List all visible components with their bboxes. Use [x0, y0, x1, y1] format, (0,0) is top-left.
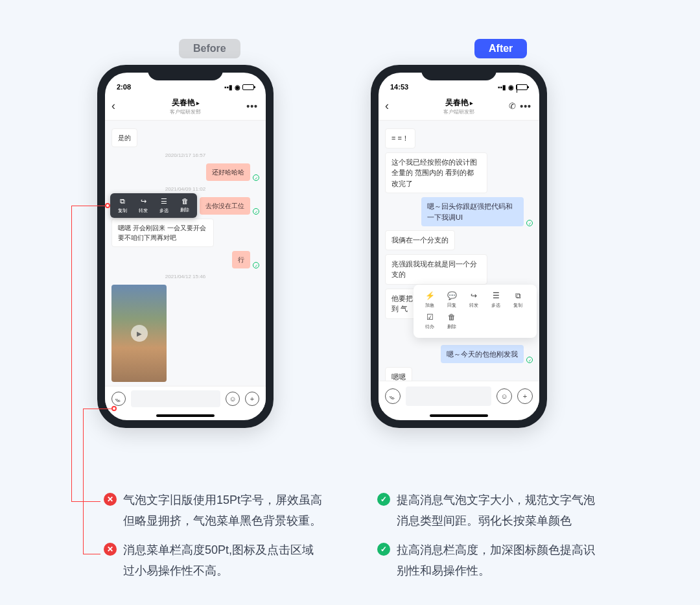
video-message[interactable]: ▶ [111, 285, 167, 382]
urgent-icon: ⚡ [425, 291, 435, 300]
msg-in[interactable]: 这个我已经按照你的设计图 全量的 范围内的 看到的都改完了 [385, 152, 487, 194]
timestamp: 2020/12/17 16:57 [111, 152, 259, 158]
contact-title[interactable]: 吴春艳▸ [443, 97, 474, 108]
wifi-icon: ◉ [508, 84, 514, 91]
clock: 14:53 [390, 83, 408, 91]
menu-copy[interactable]: ⧉复制 [113, 197, 132, 214]
msg-out[interactable]: 嗯～回头你跟赵强把代码和一下我调UI [421, 197, 524, 226]
msg-in[interactable]: 我俩在一个分支的 [385, 230, 455, 250]
delete-icon: 🗑 [181, 197, 189, 205]
menu-reply[interactable]: 💬回复 [441, 291, 463, 309]
status-icons: ▪▪▮ ◉ [224, 84, 254, 91]
home-indicator [379, 411, 539, 420]
notes-before: ✕ 气泡文字旧版使用15Pt字号，屏效虽高但略显拥挤，气泡菜单黑色背景较重。 ✕… [104, 490, 324, 590]
forward-icon: ↪ [471, 291, 477, 300]
msg-out[interactable]: 嗯～今天的包他刚发我 [441, 345, 524, 364]
multi-icon: ☰ [493, 291, 500, 300]
battery-icon [242, 84, 254, 90]
comparison-pair: 2:08 ▪▪▮ ◉ ‹ 吴春艳▸ 客户端研发部 ••• 是的 2020/12/… [97, 65, 547, 428]
timestamp: 2021/04/12 15:46 [111, 274, 259, 279]
chat-header: ‹ 吴春艳▸ 客户端研发部 ••• [105, 92, 266, 121]
more-button[interactable]: ••• [520, 101, 531, 112]
menu-delete[interactable]: 🗑删除 [175, 197, 194, 214]
msg-in[interactable]: 是的 [111, 128, 137, 147]
voice-button[interactable] [385, 388, 401, 404]
callout-line [71, 206, 72, 501]
menu-forward[interactable]: ↪转发 [463, 291, 485, 309]
phone-before: 2:08 ▪▪▮ ◉ ‹ 吴春艳▸ 客户端研发部 ••• 是的 2020/12/… [97, 65, 274, 428]
callout-line [83, 409, 84, 554]
text-input[interactable] [131, 390, 220, 407]
play-icon[interactable]: ▶ [131, 325, 148, 342]
note-text: 拉高消息栏高度，加深图标颜色提高识别性和易操作性。 [397, 540, 598, 581]
phone-after: 14:53 ▪▪▮ ◉ ‹ 吴春艳▸ 客户端研发部 ✆ ••• = =！ 这个我… [371, 65, 547, 428]
callout-line [83, 554, 100, 554]
msg-out[interactable]: 去你没在工位 [200, 197, 250, 215]
note-text: 气泡文字旧版使用15Pt字号，屏效虽高但略显拥挤，气泡菜单黑色背景较重。 [123, 490, 324, 531]
menu-forward[interactable]: ↪转发 [134, 197, 153, 214]
notch [421, 65, 496, 80]
copy-icon: ⧉ [515, 291, 521, 300]
cross-icon: ✕ [104, 543, 117, 556]
timestamp: 2021/04/09 11:02 [111, 186, 259, 192]
todo-icon: ☑ [426, 313, 434, 322]
plus-button[interactable]: + [517, 388, 533, 404]
cross-icon: ✕ [104, 493, 117, 506]
clock: 2:08 [117, 83, 131, 91]
notch [148, 65, 223, 80]
reply-icon: 💬 [447, 291, 457, 300]
contact-title[interactable]: 吴春艳▸ [170, 97, 201, 108]
more-button[interactable]: ••• [246, 101, 258, 112]
chat-body[interactable]: = =！ 这个我已经按照你的设计图 全量的 范围内的 看到的都改完了 嗯～回头你… [379, 121, 539, 381]
callout-line [83, 409, 113, 409]
wifi-icon: ◉ [235, 84, 240, 91]
msg-in[interactable]: = =！ [385, 128, 415, 148]
context-menu-light[interactable]: ⚡加急 💬回复 ↪转发 ☰多选 ⧉复制 ☑待办 🗑删除 [414, 285, 537, 338]
multi-icon: ☰ [161, 197, 167, 206]
back-button[interactable]: ‹ [385, 99, 389, 113]
voice-button[interactable] [111, 392, 126, 406]
input-bar: ☺ + [105, 386, 266, 411]
contact-dept: 客户端研发部 [170, 108, 201, 115]
read-icon: ✓ [526, 220, 533, 226]
emoji-button[interactable]: ☺ [496, 388, 512, 404]
read-icon: ✓ [526, 357, 533, 363]
back-button[interactable]: ‹ [111, 99, 115, 113]
menu-multi[interactable]: ☰多选 [485, 291, 507, 309]
chat-body[interactable]: 是的 2020/12/17 16:57 还好哈哈哈✓ 2021/04/09 11… [105, 121, 266, 386]
msg-in[interactable]: 嗯嗯 开会刚回来 一会又要开会 要不咱们下周再对吧 [111, 219, 214, 247]
home-indicator [105, 411, 266, 420]
status-icons: ▪▪▮ ◉ [498, 84, 528, 91]
note-item: ✓ 提高消息气泡文字大小，规范文字气泡消息类型间距。弱化长按菜单颜色 [377, 490, 598, 531]
plus-button[interactable]: + [245, 392, 259, 406]
check-icon: ✓ [377, 493, 390, 506]
forward-icon: ↪ [141, 197, 146, 206]
menu-multi[interactable]: ☰多选 [154, 197, 174, 214]
chat-header: ‹ 吴春艳▸ 客户端研发部 ✆ ••• [379, 92, 539, 121]
read-icon: ✓ [253, 174, 259, 181]
msg-in[interactable]: 兆强跟我现在就是同一个分支的 [385, 254, 487, 285]
msg-in[interactable]: 嗯嗯 [385, 367, 412, 381]
menu-copy[interactable]: ⧉复制 [507, 291, 529, 309]
msg-out[interactable]: 行 [232, 251, 250, 268]
battery-icon [516, 84, 528, 90]
context-menu-dark[interactable]: ⧉复制 ↪转发 ☰多选 🗑删除 [110, 193, 197, 218]
menu-urgent[interactable]: ⚡加急 [419, 291, 441, 309]
menu-delete[interactable]: 🗑删除 [441, 313, 463, 330]
check-icon: ✓ [377, 543, 390, 556]
note-text: 提高消息气泡文字大小，规范文字气泡消息类型间距。弱化长按菜单颜色 [397, 490, 598, 531]
menu-todo[interactable]: ☑待办 [419, 313, 441, 330]
copy-icon: ⧉ [120, 197, 125, 206]
note-text: 消息菜单栏高度50Pt,图标及点击区域过小易操作性不高。 [123, 540, 324, 581]
note-item: ✕ 气泡文字旧版使用15Pt字号，屏效虽高但略显拥挤，气泡菜单黑色背景较重。 [104, 490, 324, 531]
text-input[interactable] [406, 386, 491, 406]
emoji-button[interactable]: ☺ [226, 392, 240, 406]
call-button[interactable]: ✆ [509, 101, 516, 111]
signal-icon: ▪▪▮ [498, 84, 506, 91]
delete-icon: 🗑 [448, 313, 456, 322]
screen-after: 14:53 ▪▪▮ ◉ ‹ 吴春艳▸ 客户端研发部 ✆ ••• = =！ 这个我… [379, 73, 539, 420]
read-icon: ✓ [253, 208, 259, 215]
screen-before: 2:08 ▪▪▮ ◉ ‹ 吴春艳▸ 客户端研发部 ••• 是的 2020/12/… [105, 73, 266, 420]
notes-after: ✓ 提高消息气泡文字大小，规范文字气泡消息类型间距。弱化长按菜单颜色 ✓ 拉高消… [377, 490, 598, 590]
msg-out[interactable]: 还好哈哈哈 [206, 163, 250, 181]
